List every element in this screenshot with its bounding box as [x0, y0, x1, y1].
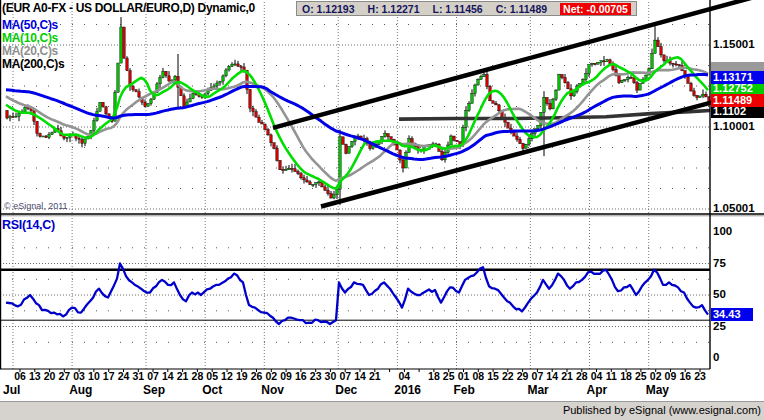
x-axis-day-label: 15: [487, 370, 499, 382]
price-rsi-chart-canvas[interactable]: [0, 0, 764, 420]
quote-low: L: 1.11456: [433, 3, 483, 15]
x-axis-day-label: 20: [44, 370, 56, 382]
x-axis-day-label: 16: [679, 370, 691, 382]
rsi-value-badge: 34.43: [711, 308, 753, 321]
x-axis-day-label: 21: [369, 370, 381, 382]
x-axis-month-label: Mar: [527, 383, 548, 397]
x-axis-day-label: 25: [443, 370, 455, 382]
x-axis-day-label: 10: [88, 370, 100, 382]
x-axis-day-label: 09: [665, 370, 677, 382]
x-axis-day-label: 04: [399, 370, 411, 382]
rsi-axis-label: 50: [713, 288, 763, 300]
price-axis-label: 1.05001: [713, 202, 763, 214]
x-axis-day-label: 29: [517, 370, 529, 382]
x-axis-day-label: 02: [265, 370, 277, 382]
x-axis-month-label: Jul: [3, 383, 20, 397]
price-axis-label: 1.15001: [713, 38, 763, 50]
esignal-chart-window: (EUR A0-FX - US DOLLAR/EURO,D) Dynamic,0…: [0, 0, 764, 420]
price-badge-1.11489: 1.11489: [711, 94, 764, 107]
moving-averages-layer: [6, 57, 714, 188]
x-axis-day-label: 05: [206, 370, 218, 382]
x-axis-day-label: 11: [606, 370, 617, 382]
x-axis-month-label: Aug: [69, 383, 92, 397]
x-axis-day-label: 30: [325, 370, 337, 382]
ma10-line: [6, 57, 708, 188]
x-axis-day-label: 06: [14, 370, 26, 382]
x-axis-day-label: 23: [310, 370, 322, 382]
quote-net-change-badge: Net: -0.00705: [560, 3, 631, 15]
x-axis-day-label: 08: [472, 370, 484, 382]
x-axis-day-label: 27: [59, 370, 71, 382]
x-axis-day-label: 21: [561, 370, 573, 382]
legend-ma200[interactable]: MA(200,C)s: [2, 58, 64, 71]
price-badge-1.13171: 1.13171: [711, 71, 764, 84]
x-axis-day-label: 09: [280, 370, 292, 382]
x-axis-day-label: 03: [73, 370, 85, 382]
x-axis-month-label: Oct: [202, 383, 222, 397]
chart-title: (EUR A0-FX - US DOLLAR/EURO,D) Dynamic,0: [2, 1, 255, 15]
x-axis-month-label: Sep: [143, 383, 165, 397]
rsi-axis-label: 0: [713, 351, 763, 363]
x-axis-day-label: 07: [147, 370, 159, 382]
x-axis-day-label: 25: [635, 370, 647, 382]
x-axis-day-label: 18: [620, 370, 632, 382]
rsi-axis-label: 75: [713, 257, 763, 269]
esignal-watermark: © eSignal, 2011: [4, 201, 68, 211]
x-axis-day-label: 02: [650, 370, 662, 382]
quote-summary-box: O: 1.12193 H: 1.12271 L: 1.11456 C: 1.11…: [296, 1, 637, 16]
quote-close: C: 1.11489: [496, 3, 547, 15]
publisher-text: Published by eSignal (www.esignal.com): [563, 404, 761, 416]
x-axis-day-label: 26: [251, 370, 263, 382]
x-axis-month-label: 2016: [394, 383, 421, 397]
x-axis-month-label: Dec: [335, 383, 357, 397]
x-axis-day-label: 23: [694, 370, 706, 382]
x-axis-month-label: Feb: [453, 383, 474, 397]
x-axis-day-label: 14: [546, 370, 558, 382]
x-axis-day-label: 16: [295, 370, 307, 382]
x-axis-day-label: 01: [458, 370, 470, 382]
x-axis-day-label: 17: [103, 370, 115, 382]
x-axis-day-label: 22: [502, 370, 514, 382]
rsi-axis-label: 100: [713, 225, 763, 237]
x-axis-day-label: 12: [221, 370, 233, 382]
x-axis-month-label: May: [646, 383, 669, 397]
x-axis-month-label: Apr: [587, 383, 608, 397]
x-axis-month-label: Nov: [261, 383, 284, 397]
x-axis-day-label: 07: [339, 370, 351, 382]
x-axis-day-label: 14: [162, 370, 174, 382]
quote-open: O: 1.12193: [302, 3, 355, 15]
x-axis-day-label: 19: [236, 370, 248, 382]
x-axis-day-label: 28: [576, 370, 588, 382]
ma20-line: [6, 68, 708, 181]
x-axis-day-label: 28: [192, 370, 204, 382]
rsi-line: [6, 264, 708, 325]
x-axis-day-label: 14: [354, 370, 366, 382]
rsi-indicator-label[interactable]: RSI(14,C): [2, 218, 55, 232]
status-bar: Published by eSignal (www.esignal.com): [0, 401, 764, 420]
x-axis-day-label: 13: [29, 370, 41, 382]
x-axis-day-label: 04: [591, 370, 603, 382]
x-axis-day-label: 24: [118, 370, 130, 382]
x-axis-day-label: 18: [428, 370, 440, 382]
x-axis-day-label: 31: [132, 370, 144, 382]
x-axis-day-label: 07: [532, 370, 544, 382]
x-axis-day-label: 21: [177, 370, 189, 382]
rsi-axis-label: 25: [713, 320, 763, 332]
ma-legend: MA(50,C)s MA(10,C)s MA(20,C)s MA(200,C)s: [2, 19, 64, 71]
quote-high: H: 1.12271: [368, 3, 420, 15]
price-axis-label: 1.10001: [713, 120, 763, 132]
